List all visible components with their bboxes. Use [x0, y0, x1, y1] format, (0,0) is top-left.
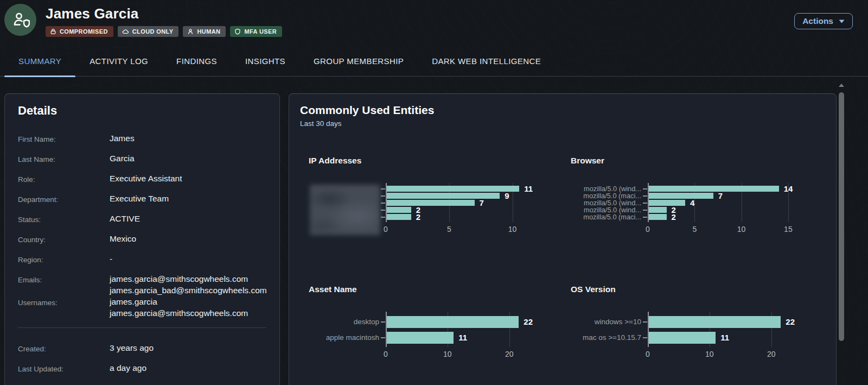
chart-bar-row: 2: [648, 213, 795, 220]
chart-browser: Browsermozilla/5.0 (wind...mozilla/5.0 (…: [571, 156, 823, 235]
chart-title: Browser: [571, 156, 823, 166]
field-values: Garcia: [110, 153, 135, 164]
axis-tick-mark: [381, 195, 385, 197]
bar-value-label: 11: [458, 333, 467, 342]
x-axis-tick-label: 20: [767, 350, 776, 358]
axis-tick-mark: [381, 188, 385, 190]
chart-bar-row: 4: [648, 199, 795, 206]
field-value: Executive Team: [110, 193, 169, 204]
person-icon: [187, 28, 194, 35]
y-axis-line: [648, 312, 649, 347]
field-values: ACTIVE: [110, 213, 140, 224]
actions-button[interactable]: Actions: [794, 13, 853, 29]
field-value: Mexico: [110, 233, 136, 244]
details-divider: [18, 327, 266, 328]
detail-row: Status:ACTIVE: [18, 213, 266, 225]
category-label: mozilla/5.0 (maci...: [571, 213, 648, 220]
scrollbar[interactable]: [839, 81, 844, 385]
field-label: Region:: [18, 253, 110, 266]
badge-cloud-only: CLOUD ONLY: [118, 26, 179, 37]
chart-area: 1197220510: [309, 185, 561, 235]
field-value: Garcia: [110, 153, 135, 164]
bar-value-label: 9: [505, 192, 509, 200]
chevron-down-icon: [839, 20, 845, 23]
charts-grid: IP Addresses1197220510Browsermozilla/5.0…: [309, 156, 823, 359]
x-axis-tick-label: 5: [447, 225, 451, 233]
chart-area: mozilla/5.0 (wind...mozilla/5.0 (maci...…: [571, 185, 823, 235]
x-axis-tick-label: 0: [646, 225, 650, 233]
bar-value-label: 2: [672, 213, 676, 221]
x-axis-tick-label: 0: [384, 225, 388, 233]
tab-group-membership[interactable]: GROUP MEMBERSHIP: [299, 46, 418, 76]
axis-tick-mark: [381, 217, 385, 218]
tab-findings[interactable]: FINDINGS: [162, 46, 231, 76]
bar: [386, 207, 411, 213]
field-values: 3 years ago: [110, 342, 154, 354]
chart-bar-row: 7: [386, 199, 533, 206]
x-axis: 051015: [648, 225, 795, 235]
details-fields: First Name:JamesLast Name:GarciaRole:Exe…: [18, 132, 266, 319]
avatar: [4, 4, 36, 36]
bar-value-label: 7: [480, 199, 484, 207]
plot-rows: 2211: [386, 314, 533, 345]
field-label: Country:: [18, 233, 110, 245]
bar: [386, 186, 519, 192]
actions-button-label: Actions: [802, 16, 833, 26]
scrollbar-thumb[interactable]: [839, 92, 844, 341]
field-label: Created:: [18, 342, 110, 355]
tab-summary[interactable]: SUMMARY: [4, 46, 75, 76]
chart-ip-addresses: IP Addresses1197220510: [309, 156, 561, 235]
badge-compromised: COMPROMISED: [46, 26, 113, 37]
scrollbar-up-arrow[interactable]: [839, 84, 844, 87]
bar: [386, 214, 411, 220]
chart-plot: 221101020: [386, 314, 533, 359]
details-panel: Details First Name:JamesLast Name:Garcia…: [4, 93, 280, 385]
field-label: Last Updated:: [18, 362, 110, 375]
category-label: windows >=10: [571, 314, 648, 330]
profile-header: James Garcia COMPROMISEDCLOUD ONLYHUMANM…: [0, 0, 868, 46]
bar-value-label: 22: [786, 318, 795, 326]
entities-panel: Commonly Used Entities Last 30 days IP A…: [289, 93, 837, 385]
bar-value-label: 2: [416, 213, 420, 221]
x-axis-tick-label: 5: [692, 225, 697, 233]
bar: [386, 316, 519, 328]
chart-bar-row: 11: [386, 185, 533, 192]
x-axis-tick-label: 10: [705, 350, 714, 358]
bar: [386, 332, 454, 344]
bar-value-label: 11: [524, 185, 533, 193]
field-value: james.garcia_bad@smithscogwheels.com: [110, 285, 267, 296]
field-values: -: [110, 253, 112, 264]
detail-row: Role:Executive Assistant: [18, 173, 266, 185]
bar: [648, 316, 781, 328]
chart-category-labels: windows >=10mac os >=10.15.7: [571, 314, 648, 359]
chart-title: Asset Name: [309, 285, 561, 294]
plot-rows: 2211: [648, 314, 795, 345]
tab-dark-web-intelligence[interactable]: DARK WEB INTELLIGENCE: [418, 46, 555, 76]
x-axis-tick-label: 20: [505, 350, 514, 358]
page-title: James Garcia: [46, 5, 282, 22]
plot-rows: 119722: [386, 185, 533, 220]
chart-category-labels: desktopapple macintosh: [309, 314, 386, 359]
x-axis-tick-label: 10: [443, 350, 452, 358]
bar-value-label: 22: [524, 318, 533, 326]
tab-insights[interactable]: INSIGHTS: [231, 46, 299, 76]
field-values: james.garcia@smithscogwheels.comjames.ga…: [110, 273, 267, 296]
field-label: Role:: [18, 173, 110, 185]
category-label: mac os >=10.15.7: [571, 330, 648, 345]
detail-row: First Name:James: [18, 132, 266, 145]
bar: [648, 214, 667, 220]
shield-icon: [234, 28, 241, 35]
detail-row: Last Active:a day ago: [18, 382, 266, 385]
chart-bar-row: 7: [648, 192, 795, 199]
detail-row: Created:3 years ago: [18, 342, 266, 355]
axis-tick-mark: [643, 188, 647, 190]
x-axis: 01020: [648, 350, 795, 359]
chart-category-labels: [309, 185, 386, 235]
bar: [648, 193, 713, 199]
chart-title: OS Version: [571, 285, 823, 294]
chart-area: windows >=10mac os >=10.15.7221101020: [571, 314, 823, 359]
field-value: a day ago: [110, 362, 146, 374]
chart-bar-row: 11: [648, 330, 795, 345]
tab-activity-log[interactable]: ACTIVITY LOG: [75, 46, 162, 76]
field-values: Executive Assistant: [110, 173, 182, 184]
